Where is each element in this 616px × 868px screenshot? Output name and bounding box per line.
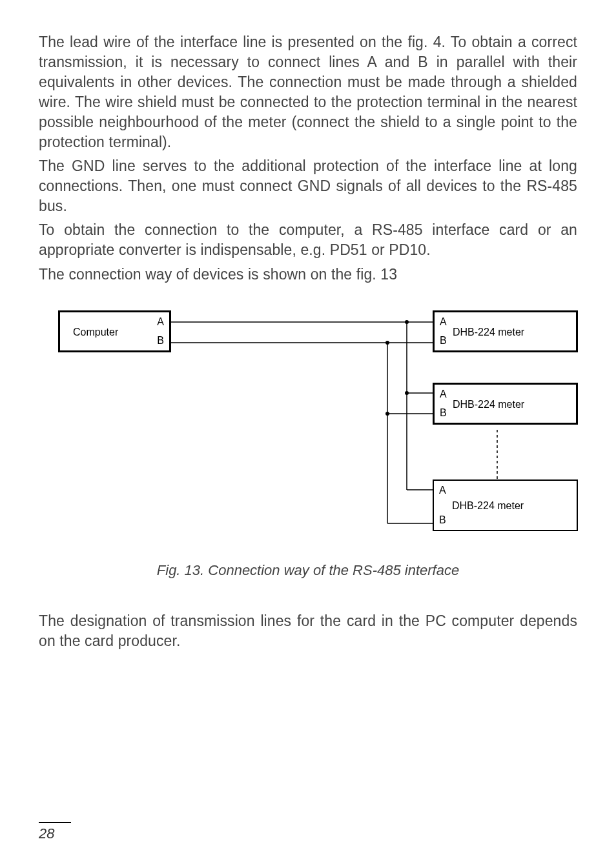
label-meter-2: DHB-224 meter: [453, 399, 524, 410]
label-meter-1: DHB-224 meter: [453, 327, 524, 338]
node-computer: Computer A B: [58, 310, 171, 352]
paragraph-4: The connection way of devices is shown o…: [39, 265, 577, 285]
node-meter-2: A B DHB-224 meter: [433, 383, 578, 425]
svg-point-8: [385, 341, 389, 345]
closing-paragraph: The designation of transmission lines fo…: [39, 611, 577, 651]
paragraph-3: To obtain the connection to the computer…: [39, 220, 577, 260]
rs485-diagram: Computer A B A B DHB-224 meter A B DHB-2…: [45, 310, 581, 543]
pin-meter1-a: A: [440, 316, 447, 328]
svg-point-7: [405, 320, 409, 324]
label-computer: Computer: [73, 327, 118, 338]
pin-meter2-b: B: [440, 407, 447, 419]
paragraph-2: The GND line serves to the additional pr…: [39, 156, 577, 216]
pin-meter3-a: A: [439, 485, 446, 496]
label-meter-3: DHB-224 meter: [452, 500, 524, 512]
pin-computer-b: B: [157, 335, 164, 347]
figure-caption: Fig. 13. Connection way of the RS-485 in…: [39, 562, 577, 579]
page-number: 28: [39, 825, 54, 842]
footer-rule: [39, 822, 71, 823]
pin-meter1-b: B: [440, 335, 447, 347]
node-meter-3: A B DHB-224 meter: [433, 479, 578, 531]
pin-meter3-b: B: [439, 514, 446, 526]
pin-meter2-a: A: [440, 389, 447, 400]
node-meter-1: A B DHB-224 meter: [433, 310, 578, 352]
pin-computer-a: A: [157, 316, 164, 328]
paragraph-1: The lead wire of the interface line is p…: [39, 32, 577, 152]
diagram-container: Computer A B A B DHB-224 meter A B DHB-2…: [39, 310, 577, 543]
